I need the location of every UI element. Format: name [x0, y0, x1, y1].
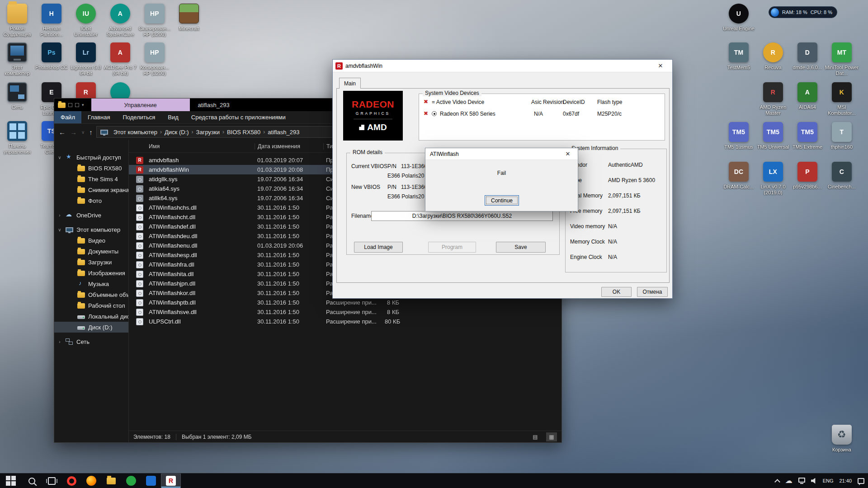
- breadcrumb-segment[interactable]: › atiflash_293: [263, 129, 299, 136]
- onedrive-tray-icon[interactable]: ☁: [785, 477, 793, 484]
- sidebar-chevron-icon[interactable]: ∨: [57, 155, 62, 160]
- breadcrumb-segment[interactable]: Этот компьютер: [111, 129, 157, 136]
- load-image-button[interactable]: Load Image: [354, 242, 403, 253]
- sidebar-disk-c[interactable]: Локальный диск (C: [54, 311, 128, 322]
- sidebar-quick-access[interactable]: ∨ Быстрый доступ: [54, 152, 128, 163]
- acdsee-pro[interactable]: A ACDSee Pro 7 (64 bit): [103, 42, 137, 76]
- qat-button-icon[interactable]: [68, 103, 72, 107]
- chevron-down-icon[interactable]: ▾: [82, 103, 84, 107]
- recycle-bin[interactable]: ♻ Корзина: [825, 425, 859, 453]
- tm5-extreme[interactable]: TM5 TM5 Extreme: [790, 122, 825, 150]
- unreal-engine[interactable]: U Unreal Engine: [722, 4, 756, 32]
- quick-access-toolbar[interactable]: ▾: [58, 102, 84, 108]
- column-header-date[interactable]: Дата изменения: [255, 143, 323, 150]
- lightroom[interactable]: Lr Lightroom 5.8 64-bit: [69, 42, 103, 76]
- tab-main[interactable]: Main: [339, 78, 361, 89]
- sidebar-3d-objects[interactable]: Объемные объект: [54, 289, 128, 300]
- ok-button[interactable]: OK: [601, 287, 632, 297]
- control-panel[interactable]: Панель управления: [0, 121, 34, 155]
- firefox-icon[interactable]: [81, 474, 101, 488]
- breadcrumb-segment[interactable]: › Загрузки: [192, 129, 220, 136]
- device-name[interactable]: Radeon RX 580 Series: [440, 111, 495, 117]
- iobit-uninstaller[interactable]: IU IObit Uninstaller: [69, 4, 103, 38]
- volume-tray-icon[interactable]: [811, 478, 817, 484]
- file-explorer-icon[interactable]: [101, 474, 121, 488]
- sidebar-the-sims-4[interactable]: The Sims 4: [54, 174, 128, 184]
- column-header-name[interactable]: Имя: [146, 143, 255, 150]
- qat-button-icon[interactable]: [75, 103, 79, 107]
- prime95[interactable]: P p95v298b6...: [790, 162, 825, 190]
- back-button[interactable]: ←: [59, 128, 66, 136]
- device-radio-button[interactable]: [432, 111, 437, 116]
- recuva[interactable]: R Recuva: [756, 42, 790, 70]
- amd-ryzen-master[interactable]: R AMD Ryzen Master: [756, 82, 790, 116]
- ribbon-contextual-tab-manage[interactable]: Управление: [91, 99, 190, 111]
- table-row[interactable]: ATIWinflashsve.dll 30.11.2016 1:50 Расши…: [129, 307, 561, 317]
- sidebar-chevron-icon[interactable]: ∨: [57, 227, 62, 232]
- network-tray-icon[interactable]: [798, 478, 805, 483]
- breadcrumb-segment[interactable]: › Диск (D:): [160, 129, 189, 136]
- tm5-universal[interactable]: TM5 TM5 Universal: [756, 122, 790, 150]
- dram-calculator[interactable]: DC DRAM-Calc...: [722, 162, 756, 190]
- table-row[interactable]: ATIWinflashptb.dll 30.11.2016 1:50 Расши…: [129, 298, 561, 307]
- sidebar-desktop[interactable]: Рабочий стол: [54, 300, 128, 311]
- language-indicator[interactable]: ENG: [823, 478, 834, 483]
- close-icon[interactable]: ✕: [651, 60, 670, 72]
- close-icon[interactable]: ✕: [559, 148, 577, 160]
- network[interactable]: Сеть: [0, 82, 34, 110]
- sidebar-chevron-icon[interactable]: ›: [57, 339, 62, 344]
- minecraft[interactable]: Minecraft: [172, 4, 206, 32]
- this-pc[interactable]: Этот компьютер: [0, 42, 34, 76]
- aida64[interactable]: A AIDA64: [790, 82, 825, 110]
- sidebar-music[interactable]: Музыка: [54, 278, 128, 289]
- sidebar-documents[interactable]: Документы: [54, 246, 128, 257]
- filename-field[interactable]: D:\Загрузки\BIOS RX580\366Y060U.S52: [371, 211, 553, 221]
- advanced-systemcare[interactable]: A Advanced SystemCare: [103, 4, 137, 38]
- user-files-folder[interactable]: Роман Суздальцев: [0, 4, 34, 38]
- forward-button[interactable]: →: [70, 128, 77, 136]
- continue-button[interactable]: Continue: [485, 195, 519, 206]
- cinebench[interactable]: C Cinebench...: [825, 162, 859, 190]
- sidebar-network[interactable]: › Сеть: [54, 336, 128, 347]
- task-view-button[interactable]: [42, 474, 61, 488]
- cancel-button[interactable]: Отмена: [637, 287, 668, 297]
- green-app-icon[interactable]: [121, 474, 141, 488]
- photoshop-cc[interactable]: Ps Photoshop CC: [34, 42, 69, 70]
- blue-app-icon[interactable]: [141, 474, 161, 488]
- minitool-power-data[interactable]: MT MiniTool Power Dat...: [825, 42, 859, 76]
- icons-view-button[interactable]: ▦: [546, 432, 557, 441]
- tm5-1usmus[interactable]: TM5 TM5 1usmus: [722, 122, 756, 150]
- dmde[interactable]: D dmde-3.6.0...: [790, 42, 825, 70]
- thphin160[interactable]: T thphin160: [825, 122, 859, 150]
- amdvbflashwin-taskbar-icon[interactable]: R: [161, 474, 181, 488]
- explorer-menu-item[interactable]: Средства работы с приложениями: [185, 111, 292, 123]
- up-button[interactable]: ↑: [89, 128, 93, 136]
- hp-copy-shortcut[interactable]: HP Копирован... HP (3200): [137, 42, 172, 76]
- history-dropdown-icon[interactable]: ∨: [81, 130, 85, 135]
- table-row[interactable]: ULPSCtrl.dll 30.11.2016 1:50 Расширение …: [129, 317, 561, 326]
- sidebar-bios-rx580[interactable]: BIOS RX580: [54, 163, 128, 174]
- sidebar-downloads[interactable]: Загрузки: [54, 257, 128, 267]
- search-button[interactable]: [22, 474, 42, 488]
- sidebar-videos[interactable]: Видео: [54, 235, 128, 246]
- sidebar-pictures[interactable]: Изображения: [54, 267, 128, 278]
- sidebar-screenshots[interactable]: Снимки экрана: [54, 184, 128, 195]
- hidden-icons-chevron-icon[interactable]: [774, 479, 780, 485]
- sidebar-photo[interactable]: Фото: [54, 195, 128, 206]
- start-button[interactable]: [0, 474, 22, 488]
- action-center-icon[interactable]: [858, 478, 864, 484]
- hetman-partition[interactable]: H Hetman Partition...: [34, 4, 69, 38]
- details-view-button[interactable]: ▤: [530, 432, 541, 441]
- hp-scan-shortcut[interactable]: HP Сканирован... HP (3200): [137, 4, 172, 38]
- breadcrumb-segment[interactable]: › BIOS RX580: [222, 129, 260, 136]
- clock[interactable]: 21:40: [839, 478, 852, 483]
- save-button[interactable]: Save: [496, 242, 546, 253]
- sidebar-onedrive[interactable]: › OneDrive: [54, 210, 128, 221]
- explorer-menu-item[interactable]: Файл: [54, 111, 81, 123]
- opera-icon[interactable]: [61, 474, 81, 488]
- linx[interactable]: LX LinX v0.7.0 (2019.0): [756, 162, 790, 196]
- sidebar-chevron-icon[interactable]: ›: [57, 213, 62, 218]
- sidebar-this-pc[interactable]: ∨ Этот компьютер: [54, 224, 128, 235]
- explorer-menu-item[interactable]: Главная: [81, 111, 116, 123]
- explorer-menu-item[interactable]: Вид: [161, 111, 185, 123]
